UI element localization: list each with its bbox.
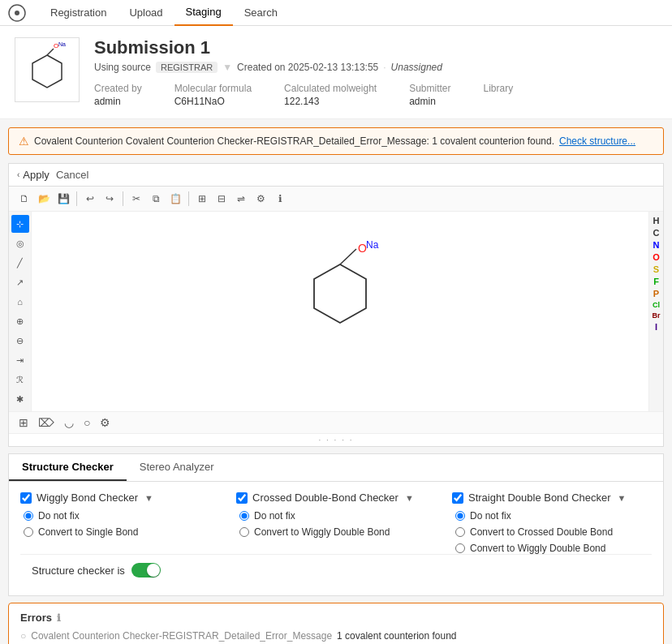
submission-meta: Using source REGISTRAR ▼ Created on 2025… xyxy=(94,62,657,73)
created-label: Created on 2025-02-13 13:13:55 xyxy=(237,62,378,73)
new-tool[interactable]: 🗋 xyxy=(15,190,33,208)
crossed-dropdown-icon[interactable]: ▼ xyxy=(405,493,414,503)
tab-structure-checker[interactable]: Structure Checker xyxy=(9,454,127,481)
straight-option-2[interactable]: Convert to Wiggly Double Bond xyxy=(455,543,652,554)
wiggly-option-0[interactable]: Do not fix xyxy=(24,510,220,522)
zoom-out-tool[interactable]: ⊖ xyxy=(11,332,29,350)
cancel-button[interactable]: Cancel xyxy=(56,169,88,181)
source-label: Using source xyxy=(94,62,151,73)
tab-stereo-analyzer[interactable]: Stereo Analyzer xyxy=(127,454,227,481)
wiggly-header: Wiggly Bond Checker ▼ xyxy=(20,492,220,504)
save-tool[interactable]: 💾 xyxy=(54,190,72,208)
editor-toolbar: 🗋 📂 💾 ↩ ↪ ✂ ⧉ 📋 ⊞ ⊟ ⇌ ⚙ ℹ xyxy=(9,187,663,212)
submitter: Submitter admin xyxy=(409,83,450,107)
nav-registration[interactable]: Registration xyxy=(39,0,118,26)
bubble-tool[interactable]: ◡ xyxy=(61,414,77,431)
apply-button[interactable]: ‹ Apply xyxy=(17,169,50,181)
reaction-tool[interactable]: ⇥ xyxy=(11,351,29,369)
element-N[interactable]: N xyxy=(653,239,660,251)
errors-info-icon: ℹ xyxy=(57,612,61,624)
crossed-label: Crossed Double-Bond Checker xyxy=(252,492,398,504)
meta-row: Created by admin Molecular formula C6H11… xyxy=(94,83,657,107)
element-O[interactable]: O xyxy=(653,251,660,263)
check-structure-link[interactable]: Check structure... xyxy=(559,135,635,147)
straight-checkbox[interactable] xyxy=(452,492,463,504)
element-S[interactable]: S xyxy=(653,264,659,275)
info-tool[interactable]: ℹ xyxy=(271,190,289,208)
ruler-tool[interactable]: ℛ xyxy=(11,371,29,389)
crossed-option-0[interactable]: Do not fix xyxy=(239,510,436,522)
gear-tool[interactable]: ⚙ xyxy=(97,414,114,431)
element-F[interactable]: F xyxy=(653,276,659,287)
svg-line-3 xyxy=(47,49,54,55)
redo-tool[interactable]: ↪ xyxy=(101,190,118,208)
straight-option-0[interactable]: Do not fix xyxy=(455,510,652,522)
wiggly-checkbox[interactable] xyxy=(20,492,32,504)
paste-tool[interactable]: 📋 xyxy=(166,190,184,208)
zoom-in-tool[interactable]: ⊕ xyxy=(11,312,29,330)
element-palette: H C N O S F P Cl Br I xyxy=(648,212,663,411)
element-C[interactable]: C xyxy=(653,227,660,238)
molecule-thumbnail: O Na xyxy=(15,37,80,102)
nav-search[interactable]: Search xyxy=(233,0,289,26)
svg-line-7 xyxy=(340,249,356,264)
created-by: Created by admin xyxy=(94,83,142,107)
alert-icon: ⚠ xyxy=(19,135,29,148)
library: Library xyxy=(484,83,514,107)
open-tool[interactable]: 📂 xyxy=(35,190,53,208)
scroll-indicator: · · · · · xyxy=(9,433,663,446)
unassigned-label: Unassigned xyxy=(391,62,442,73)
select-tool[interactable]: ⊹ xyxy=(11,215,29,233)
svg-marker-2 xyxy=(32,55,62,88)
canvas-wrapper: ⊹ ◎ ╱ ↗ ⌂ ⊕ ⊖ ⇥ ℛ ✱ O Na H C N xyxy=(9,212,663,411)
nav-upload[interactable]: Upload xyxy=(118,0,174,26)
errors-title: Errors ℹ xyxy=(20,612,652,624)
submission-title: Submission 1 xyxy=(94,37,657,58)
undo-tool[interactable]: ↩ xyxy=(81,190,99,208)
crossed-checker-col: Crossed Double-Bond Checker ▼ Do not fix… xyxy=(236,492,436,554)
straight-checker-col: Straight Double Bond Checker ▼ Do not fi… xyxy=(452,492,652,554)
checker-content: Wiggly Bond Checker ▼ Do not fix Convert… xyxy=(9,482,663,595)
straight-dropdown-icon[interactable]: ▼ xyxy=(618,493,627,503)
status-label: Structure checker is xyxy=(32,565,125,577)
wiggly-dropdown-icon[interactable]: ▼ xyxy=(144,493,153,503)
chain-tool[interactable]: ↗ xyxy=(11,273,29,291)
wiggly-option-1[interactable]: Convert to Single Bond xyxy=(24,526,220,538)
select-all-tool[interactable]: ⊞ xyxy=(15,414,32,431)
error-item-0: ○ Covalent Counterion Checker-REGISTRAR_… xyxy=(20,630,652,642)
nav-staging[interactable]: Staging xyxy=(174,0,233,26)
ring-tool[interactable]: ⌂ xyxy=(11,293,29,311)
checker-section: Structure Checker Stereo Analyzer Wiggly… xyxy=(8,453,664,596)
crossed-checkbox[interactable] xyxy=(236,492,248,504)
molecule-canvas[interactable]: O Na xyxy=(32,212,648,390)
element-I[interactable]: I xyxy=(655,321,657,333)
crossed-option-1[interactable]: Convert to Wiggly Double Bond xyxy=(239,526,436,538)
grid-tool[interactable]: ⊟ xyxy=(213,190,230,208)
element-Cl[interactable]: Cl xyxy=(653,300,660,310)
error-main-text: Covalent Counterion Checker-REGISTRAR_De… xyxy=(31,630,332,642)
clean-tool[interactable]: ⌦ xyxy=(35,414,58,431)
map-tool[interactable]: ✱ xyxy=(11,390,29,408)
checker-grid: Wiggly Bond Checker ▼ Do not fix Convert… xyxy=(20,492,652,554)
status-row: Structure checker is xyxy=(20,554,652,586)
crossed-header: Crossed Double-Bond Checker ▼ xyxy=(236,492,436,504)
copy-tool[interactable]: ⧉ xyxy=(147,190,165,208)
left-toolpanel: ⊹ ◎ ╱ ↗ ⌂ ⊕ ⊖ ⇥ ℛ ✱ xyxy=(9,212,32,411)
element-H[interactable]: H xyxy=(653,215,660,226)
zoom-fit-tool[interactable]: ⊞ xyxy=(193,190,211,208)
wiggly-checker-col: Wiggly Bond Checker ▼ Do not fix Convert… xyxy=(20,492,220,554)
stereo-tool[interactable]: ⇌ xyxy=(232,190,250,208)
cut-tool[interactable]: ✂ xyxy=(127,190,145,208)
lasso-tool[interactable]: ◎ xyxy=(11,234,29,252)
status-toggle[interactable] xyxy=(131,563,161,577)
straight-option-1[interactable]: Convert to Crossed Double Bond xyxy=(455,526,652,538)
element-P[interactable]: P xyxy=(653,288,659,299)
bond-tool[interactable]: ╱ xyxy=(11,254,29,272)
source-value[interactable]: REGISTRAR xyxy=(156,62,218,73)
top-navigation: Registration Upload Staging Search xyxy=(0,0,672,26)
editor-section: ‹ Apply Cancel 🗋 📂 💾 ↩ ↪ ✂ ⧉ 📋 ⊞ ⊟ ⇌ ⚙ ℹ… xyxy=(8,163,664,447)
circle-tool[interactable]: ○ xyxy=(80,414,93,431)
element-Br[interactable]: Br xyxy=(652,311,660,320)
settings-tool[interactable]: ⚙ xyxy=(252,190,269,208)
svg-point-1 xyxy=(15,11,19,15)
